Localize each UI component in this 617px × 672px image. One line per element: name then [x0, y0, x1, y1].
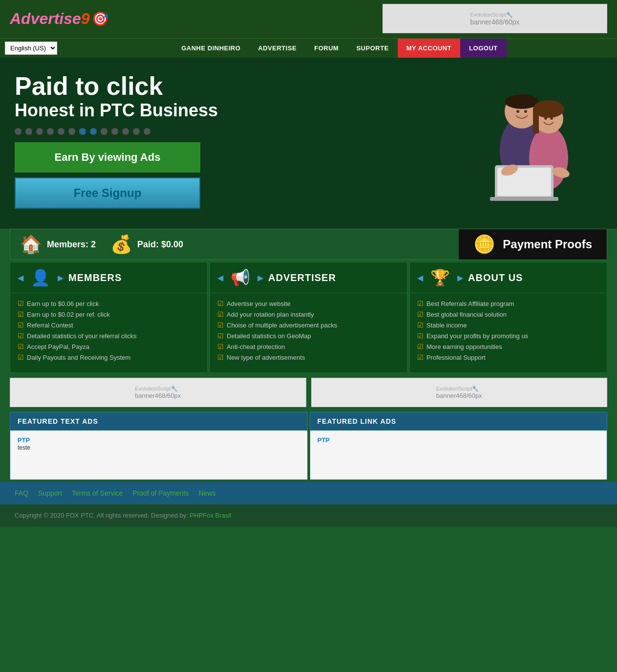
- footer-faq[interactable]: FAQ: [15, 489, 28, 497]
- banner-left-size: banner468/60px: [135, 392, 181, 399]
- banner-left-es: EvolutionScript🔧: [135, 386, 181, 392]
- members-icon: 👤: [31, 268, 50, 287]
- language-selector[interactable]: English (US) Português: [5, 42, 57, 55]
- logo-icon: 🎯: [92, 11, 109, 27]
- header: Advertise9 🎯 EvolutionScript🔧 banner468/…: [0, 0, 617, 38]
- hero-dot-2[interactable]: [25, 128, 32, 135]
- banner-right: EvolutionScript🔧 banner468/60px: [311, 378, 608, 407]
- featured-link-ads-header: FEATURED LINK ADS: [310, 412, 607, 431]
- banner-right-es: EvolutionScript🔧: [436, 386, 482, 392]
- hero-dot-7[interactable]: [79, 128, 86, 135]
- svg-point-16: [550, 117, 553, 120]
- hero-dot-9[interactable]: [101, 128, 107, 135]
- paid-stat: 💰 Paid: $0.00: [110, 234, 183, 255]
- advertiser-icon: 📢: [231, 268, 250, 287]
- hero-dot-10[interactable]: [111, 128, 118, 135]
- hero-dot-12[interactable]: [133, 128, 140, 135]
- payment-proofs-label: Payment Proofs: [503, 238, 592, 251]
- featured-section: FEATURED TEXT ADS PTP teste FEATURED LIN…: [10, 412, 607, 480]
- list-item: ☑Expand your profits by promoting us: [417, 330, 599, 341]
- list-item: ☑Accept PayPal, Payza: [18, 341, 200, 352]
- advertiser-title: ADVERTISER: [268, 272, 336, 283]
- footer-news[interactable]: News: [198, 489, 215, 497]
- logo-text: Advertise9: [10, 10, 90, 28]
- hero-dot-5[interactable]: [58, 128, 64, 135]
- nav-forum[interactable]: FORUM: [305, 39, 347, 58]
- featured-link-ad-link[interactable]: PTP: [318, 436, 330, 444]
- list-item: ☑Detailed statistics on GeoMap: [217, 330, 400, 341]
- check-icon: ☑: [417, 310, 424, 318]
- svg-rect-10: [490, 197, 558, 201]
- check-icon: ☑: [217, 353, 224, 361]
- about-icon: 🏆: [430, 268, 450, 287]
- footer-links: FAQ Support Terms of Service Proof of Pa…: [0, 482, 617, 504]
- nav-logout[interactable]: LOGOUT: [460, 39, 507, 58]
- list-item: ☑Daily Payouts and Receiving System: [18, 352, 200, 363]
- check-icon: ☑: [217, 321, 224, 329]
- hero-dot-1[interactable]: [15, 128, 21, 135]
- nav-suporte[interactable]: SUPORTE: [347, 39, 397, 58]
- hero-dot-3[interactable]: [36, 128, 43, 135]
- nav-advertise[interactable]: ADVERTISE: [249, 39, 305, 58]
- navigation: English (US) Português GANHE DINHEIRO AD…: [0, 38, 617, 58]
- hero-dot-11[interactable]: [122, 128, 129, 135]
- list-item: PTP teste: [18, 435, 300, 451]
- hero-dot-6[interactable]: [68, 128, 75, 135]
- designer-link[interactable]: PHPFox Brasil: [190, 512, 232, 519]
- check-icon: ☑: [18, 300, 24, 307]
- check-icon: ☑: [217, 332, 224, 340]
- advertiser-card: ◀ 📢 ▶ ADVERTISER ☑Advertise your website…: [210, 262, 407, 373]
- advertiser-arrow-right: ▶: [257, 273, 263, 282]
- list-item: ☑Best Referrals Affiliate program: [417, 298, 599, 309]
- members-arrow-right: ▶: [58, 273, 64, 282]
- nav-my-account[interactable]: MY ACCOUNT: [398, 39, 460, 58]
- check-icon: ☑: [417, 321, 424, 329]
- check-icon: ☑: [217, 343, 224, 350]
- members-arrow-left: ◀: [18, 273, 23, 282]
- list-item: ☑Choise of multiple advertisement packs: [217, 320, 400, 330]
- svg-point-14: [524, 110, 527, 113]
- members-stat: 🏠 Members: 2: [20, 234, 96, 255]
- advertiser-header: ◀ 📢 ▶ ADVERTISER: [210, 262, 407, 293]
- banner-es-label: EvolutionScript🔧: [470, 12, 519, 18]
- header-banner: EvolutionScript🔧 banner468/60px: [383, 4, 607, 33]
- list-item: ☑Add your rotation plan instantly: [217, 309, 400, 320]
- hero-dot-13[interactable]: [144, 128, 150, 135]
- stats-left: 🏠 Members: 2 💰 Paid: $0.00: [10, 229, 459, 260]
- copyright-text: Copyright © 2020 FOX PTC. All rights res…: [15, 512, 188, 519]
- list-item: ☑Professional Support: [417, 352, 599, 363]
- check-icon: ☑: [417, 343, 424, 350]
- footer-tos[interactable]: Terms of Service: [72, 489, 123, 497]
- advertiser-list: ☑Advertise your website ☑Add your rotati…: [210, 298, 407, 363]
- payment-proofs-section[interactable]: 🪙 Payment Proofs: [459, 229, 607, 260]
- list-item: ☑Stable income: [417, 320, 599, 330]
- list-item: ☑Detailed statistics of your referral cl…: [18, 330, 200, 341]
- free-signup-button[interactable]: Free Signup: [15, 177, 200, 209]
- members-icon: 🏠: [20, 234, 42, 255]
- logo: Advertise9 🎯: [10, 10, 109, 28]
- list-item: PTP: [318, 435, 600, 444]
- check-icon: ☑: [18, 310, 24, 318]
- nav-links: GANHE DINHEIRO ADVERTISE FORUM SUPORTE M…: [67, 39, 612, 58]
- nav-ganhe-dinheiro[interactable]: GANHE DINHEIRO: [172, 39, 249, 58]
- svg-rect-7: [533, 109, 539, 133]
- footer-support[interactable]: Support: [38, 489, 62, 497]
- earn-by-viewing-ads-button[interactable]: Earn By viewing Ads: [15, 142, 200, 173]
- list-item: ☑New type of advertisements: [217, 352, 400, 363]
- banner-size-label: banner468/60px: [470, 18, 519, 26]
- hero-dot-8[interactable]: [90, 128, 97, 135]
- members-title: MEMBERS: [68, 272, 122, 283]
- footer-proof-of-payments[interactable]: Proof of Payments: [132, 489, 189, 497]
- check-icon: ☑: [417, 332, 424, 340]
- list-item: ☑Earn up to $0.06 per click: [18, 298, 200, 309]
- featured-text-ads-body: PTP teste: [10, 431, 307, 479]
- featured-text-ads-header: FEATURED TEXT ADS: [10, 412, 307, 431]
- payment-coins-icon: 🪙: [473, 234, 495, 255]
- logo-number: 9: [81, 10, 90, 27]
- featured-text-ad-link[interactable]: PTP: [18, 436, 30, 444]
- hero-dot-4[interactable]: [47, 128, 54, 135]
- check-icon: ☑: [18, 343, 24, 350]
- members-card: ◀ 👤 ▶ MEMBERS ☑Earn up to $0.06 per clic…: [10, 262, 208, 373]
- svg-point-13: [516, 110, 519, 113]
- svg-point-15: [544, 117, 547, 120]
